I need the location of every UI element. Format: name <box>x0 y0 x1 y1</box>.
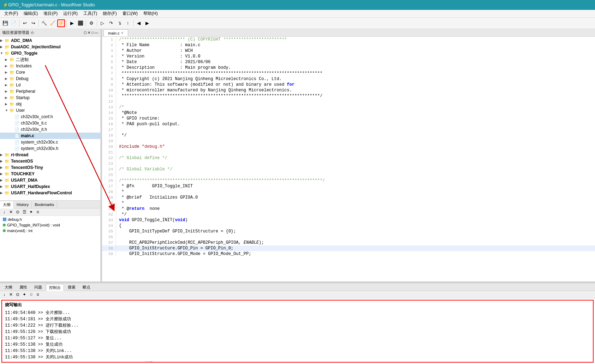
tab-bookmarks[interactable]: Bookmarks <box>32 201 57 208</box>
editor-tab-main[interactable]: main.c ✕ <box>103 29 128 36</box>
line-num-34: 34 <box>102 223 116 229</box>
bottom-tab-[interactable]: 搜索 <box>65 284 79 291</box>
code-line-34: 34{ <box>102 223 595 229</box>
bottom-tab-[interactable]: 属性 <box>16 284 30 291</box>
tree-item-debug[interactable]: ▶📁Debug <box>0 75 100 82</box>
tree-item-obj[interactable]: ▶📁obj <box>0 101 100 107</box>
toolbar-clean[interactable]: 🧹 <box>49 19 56 27</box>
line-num-6: 6 <box>102 65 116 71</box>
outline-item-gpio-init[interactable]: GPIO_Toggle_INIT(void) : void <box>1 222 99 228</box>
tree-item-ch32v30x-conf[interactable]: 📄ch32v30x_conf.h <box>0 114 100 120</box>
tree-item-usart-hw[interactable]: ▶📁USART_HardwareFlowControl <box>0 190 100 196</box>
toolbar-run[interactable]: ▷ <box>99 19 106 27</box>
menu-item-F[interactable]: 烧存(F) <box>100 10 119 17</box>
bt-icon-6[interactable]: ≡ <box>35 292 41 297</box>
outline-item-debug[interactable]: debug.h <box>1 217 99 222</box>
tree-item-main-c[interactable]: 📄main.c <box>0 133 100 139</box>
menu-item-T[interactable]: 工具(T) <box>81 10 100 17</box>
tree-item-binary[interactable]: ▶📁二进制 <box>0 56 100 63</box>
tree-arrow-usart-hw: ▶ <box>0 191 4 195</box>
tree-icon-gpio-toggle: 📁 <box>4 50 10 56</box>
tree-label-main-c: main.c <box>21 133 34 138</box>
tree-item-adc-dma[interactable]: ▶📁ADC_DMA <box>0 37 100 44</box>
tree-item-rt-thread[interactable]: ▶📁rt-thread <box>0 152 100 158</box>
line-num-21: 21 <box>102 150 116 155</box>
tree-item-ch32v30x-it-c[interactable]: 📄ch32v30x_it.c <box>0 120 100 126</box>
tree-label-touchkey: TOUCHKEY <box>11 171 35 176</box>
menu-item-H[interactable]: 帮助(H) <box>141 10 161 17</box>
tree-icon-tencentOS: 📁 <box>4 158 10 164</box>
tree-item-system-ch32v30x-c[interactable]: 📄system_ch32v30x.c <box>0 139 100 145</box>
tree-item-peripheral[interactable]: ▶📁Peripheral <box>0 88 100 95</box>
tree-label-rt-thread: rt-thread <box>11 152 28 157</box>
toolbar-undo[interactable]: ↩ <box>21 19 29 27</box>
outline-toolbar-icon3[interactable]: ⊙ <box>15 209 20 215</box>
bt-icon-4[interactable]: ✦ <box>22 292 27 297</box>
toolbar-debug[interactable]: ▶ <box>68 19 76 27</box>
outline-toolbar-icon6[interactable]: ≡ <box>35 209 41 215</box>
tab-history[interactable]: History <box>14 201 32 208</box>
outline-toolbar-icon1[interactable]: ↓ <box>1 209 7 215</box>
tree-arrow-peripheral: ▶ <box>5 90 9 93</box>
bt-icon-1[interactable]: ↓ <box>1 292 7 297</box>
toolbar-save[interactable]: 💾 <box>1 19 9 27</box>
outline-item-main[interactable]: main(void) : int <box>1 228 99 233</box>
bottom-tab-[interactable]: 断点 <box>79 284 94 291</box>
tree-label-ld: Ld <box>16 83 20 87</box>
tree-icon-tencentOS-tiny: 📁 <box>4 165 10 170</box>
menu-bar: 文件(F)编辑(E)项目(P)运行(R)工具(T)烧存(F)窗口(W)帮助(H) <box>0 10 595 18</box>
tree-item-ld[interactable]: ▶📁Ld <box>0 82 100 88</box>
menu-item-W[interactable]: 窗口(W) <box>120 10 141 17</box>
tree-item-gpio-toggle[interactable]: ▼📁GPIO_Toggle <box>0 50 100 56</box>
tree-item-tencentOS-tiny[interactable]: ▶📁TencentOS-Tiny <box>0 164 100 171</box>
editor-area: main.c ✕ 1/************************* (C)… <box>102 29 595 281</box>
bottom-tab-[interactable]: 控制台 <box>46 284 64 291</box>
menu-item-E[interactable]: 编辑(E) <box>21 10 41 17</box>
toolbar-flash[interactable]: ⚡ <box>57 19 65 27</box>
code-editor[interactable]: 1/************************* (C) COPYRIGH… <box>102 37 595 281</box>
outline-toolbar-icon5[interactable]: ✦ <box>28 209 34 215</box>
bottom-tab-[interactable]: 大纲 <box>1 284 16 291</box>
tree-item-tencentOS[interactable]: ▶📁TencentOS <box>0 158 100 164</box>
toolbar-step-in[interactable]: ↴ <box>115 19 123 27</box>
bottom-tab-[interactable]: 问题 <box>31 284 45 291</box>
editor-tab-close[interactable]: ✕ <box>121 31 124 35</box>
toolbar-back[interactable]: ◀ <box>135 19 143 27</box>
toolbar-new[interactable]: 📄 <box>10 19 18 27</box>
tree-icon-obj: 📁 <box>9 101 15 107</box>
bt-icon-3[interactable]: ⊙ <box>15 292 20 297</box>
menu-item-P[interactable]: 项目(P) <box>41 10 60 17</box>
tree-item-usart-dma[interactable]: ▶📁USART_DMA <box>0 177 100 183</box>
line-content-19 <box>119 138 595 144</box>
line-num-28: 28 <box>102 189 116 195</box>
toolbar-step-out[interactable]: ↑ <box>124 19 132 27</box>
toolbar-step-over[interactable]: ↷ <box>107 19 115 27</box>
bt-icon-5[interactable]: ☆ <box>28 292 34 297</box>
tree-item-user[interactable]: ▼📁User <box>0 107 100 114</box>
toolbar-stop[interactable]: ⬛ <box>77 19 84 27</box>
tree-item-system-ch32v30x-h[interactable]: 📄system_ch32v30x.h <box>0 145 100 152</box>
line-content-32: */ <box>119 212 595 217</box>
tree-item-startup[interactable]: ▶📁Startup <box>0 95 100 101</box>
line-num-14: 14 <box>102 110 116 116</box>
menu-item-F[interactable]: 文件(F) <box>1 10 21 17</box>
tree-item-ch32v30x-it-h[interactable]: 📄ch32v30x_it.h <box>0 126 100 133</box>
bt-icon-2[interactable]: ✕ <box>8 292 14 297</box>
line-content-23 <box>119 161 595 166</box>
tree-item-touchkey[interactable]: ▶📁TOUCHKEY <box>0 171 100 177</box>
toolbar-redo[interactable]: ↪ <box>29 19 37 27</box>
tree-item-dualADC[interactable]: ▶📁DualADC_InjectionSimul <box>0 44 100 50</box>
toolbar-forward[interactable]: ▶ <box>143 19 151 27</box>
line-num-27: 27 <box>102 183 116 189</box>
tree-item-usart-half[interactable]: ▶📁USART_HalfDuplex <box>0 183 100 190</box>
outline-toolbar-icon4[interactable]: ☰ <box>22 209 27 215</box>
tree-label-debug: Debug <box>16 76 28 81</box>
tab-outline[interactable]: 大纲 <box>0 201 14 208</box>
toolbar-build[interactable]: 🔨 <box>40 19 48 27</box>
toolbar-settings[interactable]: ⚙ <box>88 19 95 27</box>
tree-item-includes[interactable]: ▶📁Includes <box>0 63 100 69</box>
tree-item-core[interactable]: ▶📁Core <box>0 69 100 75</box>
left-panel: 项目资源管理器 ☆ ⬡ ✕ □ — ▶📁ADC_DMA▶📁DualADC_Inj… <box>0 29 101 281</box>
outline-toolbar-icon2[interactable]: ✕ <box>8 209 14 215</box>
menu-item-R[interactable]: 运行(R) <box>60 10 81 17</box>
